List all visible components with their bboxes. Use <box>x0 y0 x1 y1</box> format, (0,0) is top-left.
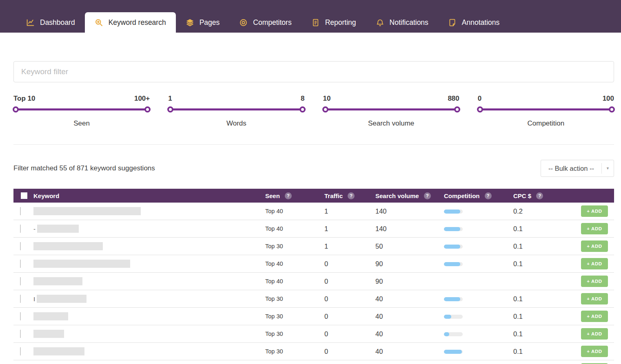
competition-bar <box>444 262 463 266</box>
note-icon <box>448 18 457 27</box>
main-content: Top 10100+Seen18Words10880Search volume0… <box>0 33 621 364</box>
cpc-value: 0.1 <box>512 330 574 338</box>
column-header-cpc: CPC $ <box>513 192 531 199</box>
traffic-value: 0 <box>324 348 375 355</box>
table-row: -Top 4011400.1+ ADD <box>13 220 614 238</box>
add-keyword-button[interactable]: + ADD <box>581 346 608 357</box>
select-all-checkbox[interactable] <box>21 192 27 199</box>
add-keyword-button[interactable]: + ADD <box>581 311 608 322</box>
search-volume-value: 40 <box>375 348 443 355</box>
row-checkbox[interactable] <box>20 260 21 268</box>
seen-value: Top 40 <box>264 225 324 232</box>
tab-reporting[interactable]: Reporting <box>302 12 366 33</box>
traffic-value: 0 <box>324 278 375 285</box>
add-keyword-button[interactable]: + ADD <box>581 223 608 234</box>
tab-competitors[interactable]: Competitors <box>229 12 301 33</box>
slider-max-label: 8 <box>301 95 304 103</box>
layers-icon <box>186 18 194 27</box>
cpc-value: 0.2 <box>512 207 574 215</box>
tab-label: Notifications <box>390 18 428 27</box>
slider-handle-min[interactable] <box>477 106 483 113</box>
tab-annotations[interactable]: Annotations <box>438 12 509 33</box>
tab-pages[interactable]: Pages <box>176 12 230 33</box>
seen-value: Top 30 <box>264 313 324 320</box>
traffic-value: 0 <box>324 295 375 303</box>
table-row: ITop 300400.1+ ADD <box>13 290 614 308</box>
row-checkbox[interactable] <box>20 347 21 355</box>
column-header-keyword: Keyword <box>33 192 59 199</box>
add-keyword-button[interactable]: + ADD <box>581 205 608 217</box>
slider-max-label: 100+ <box>134 95 150 103</box>
row-checkbox[interactable] <box>20 330 21 338</box>
help-icon[interactable]: ? <box>348 192 355 199</box>
slider-handle-min[interactable] <box>167 106 173 113</box>
row-checkbox[interactable] <box>20 242 21 250</box>
keyword-filter-input[interactable] <box>13 61 614 82</box>
slider-track-line <box>324 108 459 110</box>
search-volume-value: 140 <box>375 225 443 233</box>
traffic-value: 0 <box>324 260 375 268</box>
slider-name-label: Seen <box>13 119 150 128</box>
search-volume-value: 40 <box>375 295 443 303</box>
table-header: KeywordSeen?Traffic?Search volume?Compet… <box>13 189 614 203</box>
row-checkbox[interactable] <box>20 312 21 320</box>
slider-track-line <box>14 108 149 110</box>
seen-value: Top 30 <box>264 348 324 355</box>
slider-handle-max[interactable] <box>299 106 306 113</box>
slider-track[interactable] <box>13 106 150 113</box>
add-keyword-button[interactable]: + ADD <box>581 276 608 287</box>
tab-dashboard[interactable]: Dashboard <box>16 12 85 33</box>
slider-track[interactable] <box>478 106 614 113</box>
help-icon[interactable]: ? <box>285 192 292 199</box>
slider-handle-max[interactable] <box>609 106 615 113</box>
redacted-keyword <box>33 260 130 268</box>
bulk-action-dropdown[interactable]: -- Bulk action -- ▼ <box>541 160 614 177</box>
top-navigation: DashboardKeyword researchPagesCompetitor… <box>0 0 621 33</box>
slider-handle-min[interactable] <box>322 106 328 113</box>
cpc-value: 0.1 <box>512 260 574 268</box>
help-icon[interactable]: ? <box>536 192 543 199</box>
row-checkbox[interactable] <box>20 277 21 285</box>
help-icon[interactable]: ? <box>424 192 431 199</box>
traffic-value: 0 <box>324 330 375 338</box>
row-checkbox[interactable] <box>20 295 21 303</box>
search-volume-value: 90 <box>375 260 443 268</box>
keyword-fragment: - <box>33 225 35 232</box>
table-row: Top 40090+ ADD <box>13 273 614 290</box>
results-bar: Filter matched 55 of 871 keyword suggest… <box>13 160 614 177</box>
column-header-competition: Competition <box>444 192 480 199</box>
add-keyword-button[interactable]: + ADD <box>581 293 608 304</box>
range-slider-competition: 0100Competition <box>478 95 614 128</box>
help-icon[interactable]: ? <box>485 192 492 199</box>
slider-min-label: 10 <box>323 95 331 103</box>
section-divider <box>13 144 614 145</box>
seen-value: Top 30 <box>264 331 324 337</box>
table-row: + ADD <box>13 360 614 364</box>
tab-keyword-research[interactable]: Keyword research <box>85 12 176 33</box>
report-icon <box>311 18 320 27</box>
slider-max-label: 100 <box>603 95 614 103</box>
competition-bar <box>444 332 463 336</box>
redacted-keyword <box>33 312 68 320</box>
add-keyword-button[interactable]: + ADD <box>581 328 608 340</box>
table-row: Top 400900.1+ ADD <box>13 255 614 273</box>
slider-handle-max[interactable] <box>144 106 151 113</box>
row-checkbox[interactable] <box>20 207 21 215</box>
slider-track[interactable] <box>323 106 459 113</box>
slider-handle-max[interactable] <box>454 106 460 113</box>
slider-min-label: Top 10 <box>13 95 35 103</box>
add-keyword-button[interactable]: + ADD <box>581 258 608 269</box>
redacted-keyword <box>33 277 82 285</box>
seen-value: Top 40 <box>264 278 324 285</box>
row-checkbox[interactable] <box>20 225 21 233</box>
redacted-keyword <box>33 207 141 215</box>
search-volume-value: 50 <box>375 243 443 250</box>
cpc-value: 0.1 <box>512 295 574 303</box>
slider-name-label: Search volume <box>323 119 459 128</box>
add-keyword-button[interactable]: + ADD <box>581 240 608 252</box>
table-row: Top 300400.1+ ADD <box>13 343 614 360</box>
slider-track[interactable] <box>168 106 304 113</box>
slider-handle-min[interactable] <box>13 106 19 113</box>
tab-notifications[interactable]: Notifications <box>366 12 438 33</box>
range-slider-search-volume: 10880Search volume <box>323 95 459 128</box>
